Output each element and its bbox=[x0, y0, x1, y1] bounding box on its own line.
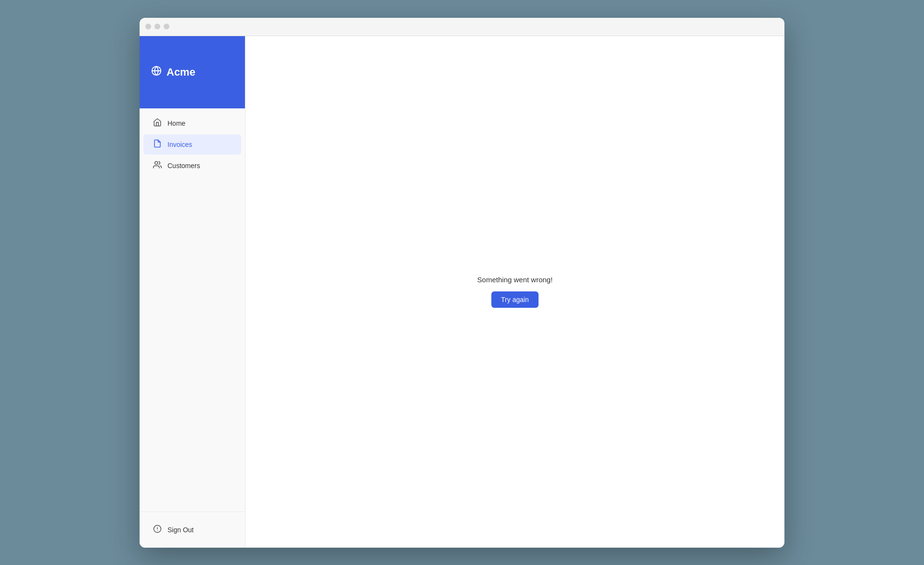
globe-icon bbox=[151, 66, 162, 79]
error-container: Something went wrong! Try again bbox=[477, 276, 553, 308]
sidebar-footer: Sign Out bbox=[140, 512, 245, 548]
sidebar-nav: Home Invoices bbox=[140, 108, 245, 512]
invoice-icon bbox=[153, 139, 162, 150]
window-dot-minimize bbox=[154, 24, 160, 29]
sidebar-item-customers[interactable]: Customers bbox=[143, 156, 241, 176]
try-again-button[interactable]: Try again bbox=[491, 291, 539, 308]
app-container: Acme Home bbox=[140, 36, 784, 548]
sidebar-item-label-invoices: Invoices bbox=[167, 141, 192, 148]
main-content: Something went wrong! Try again bbox=[245, 36, 784, 548]
window-dot-maximize bbox=[164, 24, 169, 29]
window-dot-close bbox=[145, 24, 151, 29]
svg-point-2 bbox=[155, 161, 158, 164]
error-message: Something went wrong! bbox=[477, 276, 553, 284]
sidebar-logo: Acme bbox=[140, 36, 245, 108]
sidebar-item-label-home: Home bbox=[167, 119, 185, 127]
customers-icon bbox=[153, 160, 162, 171]
window-controls bbox=[145, 24, 169, 29]
sidebar: Acme Home bbox=[140, 36, 245, 548]
logo-text: Acme bbox=[167, 66, 195, 79]
sidebar-item-invoices[interactable]: Invoices bbox=[143, 134, 241, 155]
home-icon bbox=[153, 118, 162, 129]
sidebar-item-label-customers: Customers bbox=[167, 162, 200, 170]
sign-out-label: Sign Out bbox=[167, 526, 193, 534]
signout-icon bbox=[153, 525, 162, 535]
sidebar-item-home[interactable]: Home bbox=[143, 113, 241, 133]
sign-out-button[interactable]: Sign Out bbox=[143, 520, 241, 540]
title-bar bbox=[140, 18, 784, 36]
app-window: Acme Home bbox=[140, 18, 784, 548]
